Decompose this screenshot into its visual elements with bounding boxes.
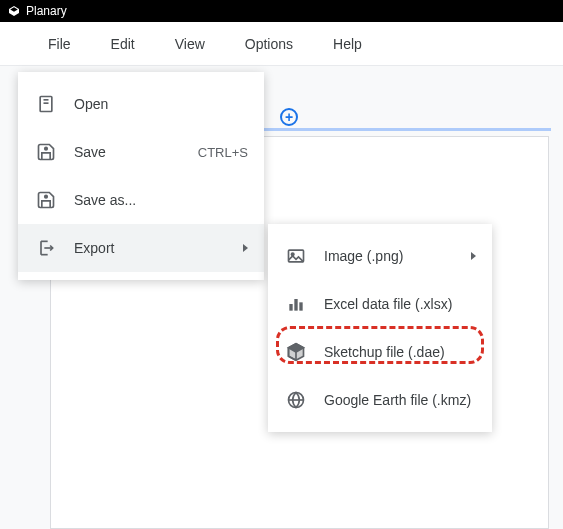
svg-rect-7 [289, 304, 292, 311]
menubar: File Edit View Options Help [0, 22, 563, 66]
save-as-icon [34, 188, 58, 212]
menu-options[interactable]: Options [225, 22, 313, 66]
menu-item-label: Sketchup file (.dae) [324, 344, 476, 360]
submenu-arrow-icon [243, 244, 248, 252]
menu-item-open[interactable]: Open [18, 80, 264, 128]
save-icon [34, 140, 58, 164]
file-dropdown-menu: Open Save CTRL+S Save as... Export [18, 72, 264, 280]
export-item-image[interactable]: Image (.png) [268, 232, 492, 280]
menu-item-label: Export [74, 240, 235, 256]
app-icon [8, 5, 20, 17]
plus-circle-icon: + [280, 108, 298, 126]
menu-shortcut: CTRL+S [198, 145, 248, 160]
menu-item-save-as[interactable]: Save as... [18, 176, 264, 224]
menu-item-export[interactable]: Export [18, 224, 264, 272]
image-icon [284, 244, 308, 268]
menu-item-label: Open [74, 96, 248, 112]
export-item-excel[interactable]: Excel data file (.xlsx) [268, 280, 492, 328]
svg-rect-8 [294, 299, 297, 311]
add-tab-button[interactable]: + [280, 108, 298, 126]
svg-rect-9 [299, 302, 302, 310]
export-submenu: Image (.png) Excel data file (.xlsx) Ske… [268, 224, 492, 432]
cube-icon [284, 340, 308, 364]
menu-item-save[interactable]: Save CTRL+S [18, 128, 264, 176]
menu-help[interactable]: Help [313, 22, 382, 66]
menu-edit[interactable]: Edit [91, 22, 155, 66]
export-item-sketchup[interactable]: Sketchup file (.dae) [268, 328, 492, 376]
menu-item-label: Save [74, 144, 198, 160]
globe-icon [284, 388, 308, 412]
svg-point-3 [45, 147, 48, 150]
file-open-icon [34, 92, 58, 116]
export-item-google-earth[interactable]: Google Earth file (.kmz) [268, 376, 492, 424]
submenu-arrow-icon [471, 252, 476, 260]
bar-chart-icon [284, 292, 308, 316]
app-title: Planary [26, 4, 67, 18]
titlebar: Planary [0, 0, 563, 22]
menu-item-label: Save as... [74, 192, 248, 208]
export-icon [34, 236, 58, 260]
menu-view[interactable]: View [155, 22, 225, 66]
menu-item-label: Excel data file (.xlsx) [324, 296, 476, 312]
svg-point-4 [45, 195, 48, 198]
menu-item-label: Google Earth file (.kmz) [324, 392, 476, 408]
menu-file[interactable]: File [28, 22, 91, 66]
menu-item-label: Image (.png) [324, 248, 463, 264]
